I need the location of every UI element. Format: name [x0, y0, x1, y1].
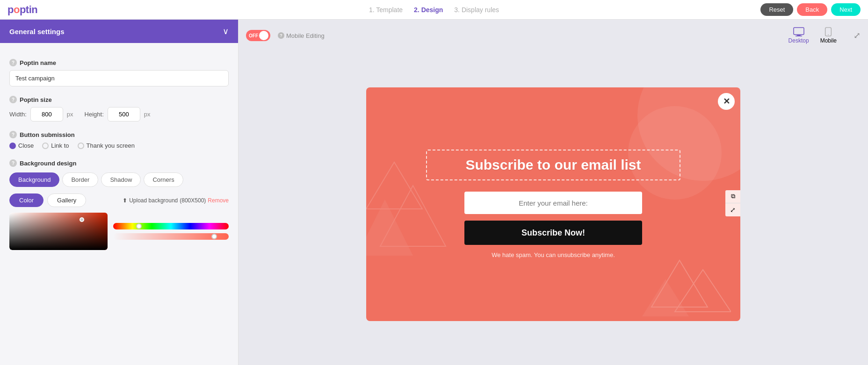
radio-close[interactable]: Close [9, 142, 34, 149]
step-display[interactable]: 3. Display rules [454, 6, 499, 14]
poptin-name-text: Poptin name [20, 59, 56, 66]
top-nav: poptin 1. Template 2. Design 3. Display … [0, 0, 868, 20]
radio-circle-link [42, 143, 49, 149]
view-buttons: Desktop Mobile [788, 27, 837, 44]
help-icon-size: ? [9, 96, 17, 103]
popup-window: ✕ ⧉ ⤢ Subscribe to our email list [366, 87, 740, 321]
poptin-name-label: ? Poptin name [9, 59, 229, 66]
desktop-label: Desktop [788, 37, 809, 44]
hue-handle[interactable] [136, 223, 142, 229]
color-handle[interactable] [80, 217, 84, 222]
poptin-name-input[interactable] [9, 70, 229, 86]
color-btn[interactable]: Color [9, 193, 43, 207]
upload-arrow-icon: ⬆ [123, 197, 127, 204]
left-panel: General settings ∨ ? Poptin name ? Popti… [0, 20, 239, 365]
popup-close-button[interactable]: ✕ [718, 93, 735, 110]
reset-button[interactable]: Reset [760, 3, 793, 16]
radio-link[interactable]: Link to [42, 142, 69, 149]
resize-icon: ⤢ [730, 206, 736, 214]
popup-content: Subscribe to our email list Subscribe No… [366, 150, 740, 258]
opacity-handle[interactable] [211, 234, 217, 239]
radio-group: Close Link to Thank you screen [9, 142, 229, 149]
bg-design-text: Background design [20, 160, 76, 167]
toggle-track: OFF [246, 30, 270, 41]
radio-circle-close [9, 143, 16, 149]
help-icon: ? [9, 59, 17, 66]
svg-rect-0 [794, 28, 804, 35]
step-design[interactable]: 2. Design [414, 6, 443, 14]
radio-link-label: Link to [51, 142, 69, 149]
opacity-slider[interactable] [113, 233, 229, 240]
radio-thankyou-label: Thank you screen [87, 142, 135, 149]
svg-marker-6 [675, 270, 731, 312]
popup-submit-button[interactable]: Subscribe Now! [464, 221, 642, 245]
nav-buttons: Reset Back Next [760, 3, 861, 16]
radio-thank-you[interactable]: Thank you screen [78, 142, 135, 149]
button-submission-label: ? Button submission [9, 131, 229, 138]
svg-marker-7 [642, 279, 689, 316]
desktop-icon [793, 27, 804, 36]
height-label: Height: [85, 111, 104, 118]
color-picker-area [9, 213, 229, 250]
chevron-down-icon: ∨ [223, 26, 229, 36]
mobile-label: Mobile [820, 37, 837, 44]
radio-close-label: Close [18, 142, 34, 149]
upload-link[interactable]: ⬆ Upload background (800X500) Remove [123, 197, 229, 204]
popup-email-input[interactable] [464, 192, 642, 214]
toggle-label: OFF [249, 33, 258, 38]
upload-label: Upload background [129, 197, 178, 204]
back-button[interactable]: Back [797, 3, 827, 16]
tab-border[interactable]: Border [62, 172, 98, 187]
help-icon-bg: ? [9, 159, 17, 167]
color-gradient[interactable] [9, 213, 108, 250]
remove-label[interactable]: Remove [208, 197, 229, 204]
mobile-editing-label: ? Mobile Editing [278, 32, 325, 39]
next-button[interactable]: Next [831, 3, 861, 16]
mobile-editing-text: Mobile Editing [286, 32, 325, 39]
toggle-knob [259, 31, 268, 40]
copy-icon: ⧉ [731, 193, 735, 200]
gallery-btn[interactable]: Gallery [47, 193, 86, 207]
step-template[interactable]: 1. Template [369, 6, 403, 14]
main-layout: General settings ∨ ? Poptin name ? Popti… [0, 20, 868, 365]
logo: poptin [7, 4, 37, 16]
upload-size: (800X500) [180, 197, 206, 204]
mobile-view-btn[interactable]: Mobile [820, 27, 837, 44]
mobile-editing-toggle[interactable]: OFF [246, 30, 270, 41]
size-row: Width: px Height: px [9, 107, 229, 122]
bg-design-label: ? Background design [9, 159, 229, 167]
hue-slider[interactable] [113, 223, 229, 229]
logo-text: poptin [7, 4, 37, 16]
expand-icon[interactable]: ⤢ [854, 30, 861, 41]
height-unit: px [144, 111, 151, 118]
color-sliders [113, 213, 229, 250]
button-submission-text: Button submission [20, 131, 75, 138]
popup-title-box[interactable]: Subscribe to our email list [426, 150, 680, 180]
radio-circle-thankyou [78, 143, 84, 149]
help-icon-mobile: ? [278, 32, 284, 39]
general-settings-header[interactable]: General settings ∨ [0, 20, 238, 43]
popup-action-buttons: ⧉ ⤢ [725, 190, 740, 216]
help-icon-btn: ? [9, 131, 17, 138]
poptin-size-text: Poptin size [20, 96, 52, 103]
resize-button[interactable]: ⤢ [725, 203, 740, 216]
copy-button[interactable]: ⧉ [725, 190, 740, 203]
canvas-toolbar: OFF ? Mobile Editing Desktop [246, 27, 861, 44]
tab-shadow[interactable]: Shadow [101, 172, 141, 187]
tab-background[interactable]: Background [9, 172, 59, 187]
height-input[interactable] [108, 107, 140, 122]
gradient-overlay [9, 213, 108, 250]
popup-spam-text: We hate spam. You can unsubscribe anytim… [492, 251, 615, 258]
tab-corners[interactable]: Corners [144, 172, 183, 187]
width-unit: px [67, 111, 73, 118]
right-area: OFF ? Mobile Editing Desktop [239, 20, 868, 365]
popup-canvas: ✕ ⧉ ⤢ Subscribe to our email list [246, 50, 861, 358]
desktop-view-btn[interactable]: Desktop [788, 27, 809, 44]
width-input[interactable] [30, 107, 63, 122]
panel-body: ? Poptin name ? Poptin size Width: px He… [0, 43, 238, 258]
mobile-icon [823, 27, 834, 36]
popup-title: Subscribe to our email list [436, 157, 670, 173]
panel-title: General settings [9, 28, 65, 36]
width-label: Width: [9, 111, 27, 118]
color-gallery-row: Color Gallery ⬆ Upload background (800X5… [9, 193, 229, 207]
